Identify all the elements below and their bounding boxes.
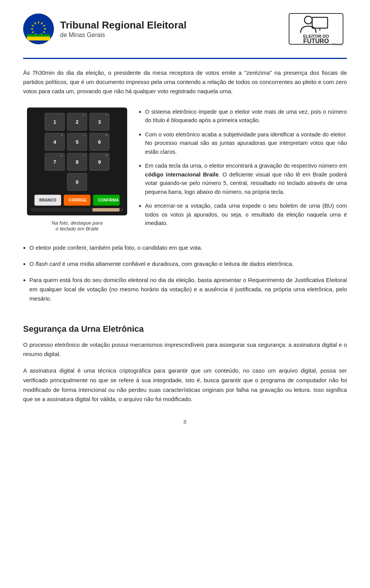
kb-key-5: 5⠑ xyxy=(67,133,87,151)
add-bullet-dot-3: • xyxy=(23,275,25,286)
svg-point-17 xyxy=(304,16,312,24)
kb-key-0: 0 xyxy=(67,173,87,191)
kb-key-3: 3⠉ xyxy=(89,113,109,131)
additional-bullets: • O eleitor pode conferir, também pela f… xyxy=(23,243,347,309)
bullet-text-2: Com o voto eletrônico acaba a subjetivid… xyxy=(145,130,347,156)
add-bullet-1: • O eleitor pode conferir, também pela f… xyxy=(23,243,347,254)
kb-btn-corrige: CORRIGE xyxy=(64,195,91,206)
eu-flag-logo xyxy=(23,13,54,44)
add-bullet-3: • Para quem está fora do seu domicílio e… xyxy=(23,276,347,303)
header-separator xyxy=(23,58,347,59)
finger-area xyxy=(31,208,123,212)
add-bullet-text-3: Para quem está fora do seu domicílio ele… xyxy=(29,276,347,303)
kb-row-2: 4⠙ 5⠑ 6⠋ xyxy=(31,133,123,151)
add-bullet-text-1: O eleitor pode conferir, também pela fot… xyxy=(29,243,202,252)
intro-text: Às 7h30min do dia da eleição, o presiden… xyxy=(23,68,347,96)
kb-key-4: 4⠙ xyxy=(45,133,65,151)
caption-line2: o teclado em Braile xyxy=(56,226,98,232)
section-paragraph-1: O processo eletrônico de votação possui … xyxy=(23,340,347,360)
header-left: Tribunal Regional Eleitoral de Minas Ger… xyxy=(23,13,187,44)
main-content: 1⠁ 2⠃ 3⠉ 4⠙ 5⠑ xyxy=(23,108,347,232)
bullet-item-2: • Com o voto eletrônico acaba a subjetiv… xyxy=(139,130,347,156)
bullet-dot-2: • xyxy=(139,130,141,141)
bullet-dot-1: • xyxy=(139,107,141,118)
add-bullet-2: • O flash card é uma mídia altamente con… xyxy=(23,259,347,270)
bullet-item-1: • O sistema eletrônico impede que o elei… xyxy=(139,108,347,125)
svg-text:TRE-MG: TRE-MG xyxy=(332,43,343,46)
kb-btn-confirma: CONFIRMA xyxy=(93,195,120,206)
kb-key-8: 8⠊ xyxy=(67,153,87,171)
keyboard-caption: Na foto, destaque para o teclado em Brai… xyxy=(52,220,103,232)
kb-bottom-row: BRANCO CORRIGE CONFIRMA xyxy=(31,195,123,206)
bullet-item-4: • Ao encerrar-se a votação, cada urna ex… xyxy=(139,202,347,227)
add-bullet-text-2: O flash card é uma mídia altamente confi… xyxy=(29,259,293,269)
add-bullet-dot-2: • xyxy=(23,259,25,270)
kb-key-9: 9⠚ xyxy=(89,153,109,171)
section-heading: Segurança da Urna Eletrônica xyxy=(23,324,347,334)
kb-key-1: 1⠁ xyxy=(45,113,65,131)
kb-key-7: 7⠓ xyxy=(45,153,65,171)
page-header: Tribunal Regional Eleitoral de Minas Ger… xyxy=(23,12,347,46)
org-sub: de Minas Gerais xyxy=(60,32,187,39)
header-title-block: Tribunal Regional Eleitoral de Minas Ger… xyxy=(60,19,187,38)
svg-rect-18 xyxy=(312,17,328,28)
finger-shape xyxy=(92,208,119,212)
section-paragraph-2: A assinatura digital é uma técnica cript… xyxy=(23,366,347,404)
bullet-dot-4: • xyxy=(139,201,141,212)
caption-line1: Na foto, destaque para xyxy=(52,220,103,226)
kb-row-1: 1⠁ 2⠃ 3⠉ xyxy=(31,113,123,131)
kb-key-2: 2⠃ xyxy=(67,113,87,131)
keyboard-image: 1⠁ 2⠃ 3⠉ 4⠙ 5⠑ xyxy=(27,108,127,215)
bullet-item-3: • Em cada tecla da urna, o eleitor encon… xyxy=(139,161,347,196)
svg-rect-15 xyxy=(27,37,50,40)
eleitor-futuro-logo: ELEITOR DO FUTURO TRE-MG xyxy=(285,12,347,46)
kb-row-3: 7⠓ 8⠊ 9⠚ xyxy=(31,153,123,171)
keyboard-section: 1⠁ 2⠃ 3⠉ 4⠙ 5⠑ xyxy=(23,108,131,232)
kb-btn-branco: BRANCO xyxy=(34,195,61,206)
bullet-dot-3: • xyxy=(139,161,141,172)
bullet-text-4: Ao encerrar-se a votação, cada urna expe… xyxy=(145,202,347,227)
kb-key-6: 6⠋ xyxy=(89,133,109,151)
bullet-text-1: O sistema eletrônico impede que o eleito… xyxy=(145,108,347,125)
bullet-text-3: Em cada tecla da urna, o eleitor encontr… xyxy=(145,161,347,196)
page-number: 8 xyxy=(23,419,347,425)
kb-row-4: 0 xyxy=(31,173,123,191)
svg-text:FUTURO: FUTURO xyxy=(303,38,329,44)
bullet-section: • O sistema eletrônico impede que o elei… xyxy=(139,108,347,232)
add-bullet-dot-1: • xyxy=(23,243,25,254)
org-name: Tribunal Regional Eleitoral xyxy=(60,19,187,31)
